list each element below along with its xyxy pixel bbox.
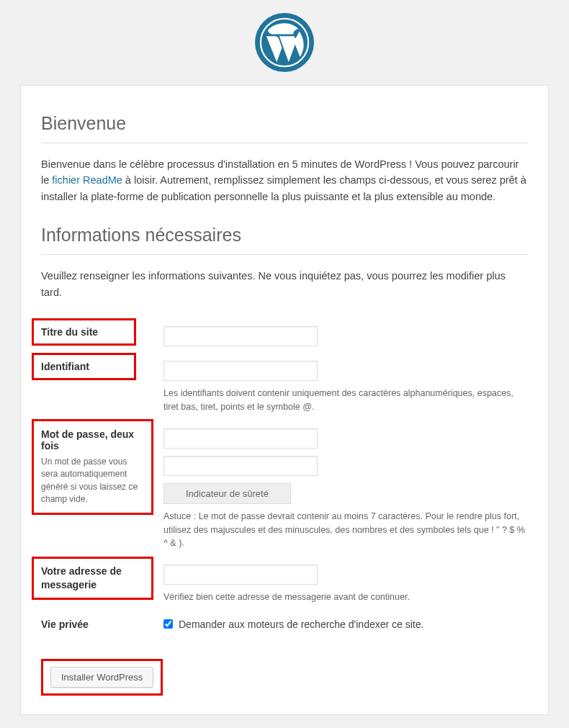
- password-sublabel: Un mot de passe vous sera automatiquemen…: [41, 456, 144, 506]
- password-input-1[interactable]: [163, 428, 318, 449]
- password-strength-indicator: Indicateur de sûreté: [163, 483, 291, 504]
- site-title-label: Titre du site: [32, 318, 136, 346]
- intro-paragraph: Bienvenue dans le célèbre processus d'in…: [41, 156, 528, 205]
- wordpress-logo-icon: [255, 13, 314, 72]
- email-label: Votre adresse de messagerie: [32, 557, 153, 600]
- info-subtext: Veuillez renseigner les informations sui…: [41, 268, 528, 300]
- heading-info: Informations nécessaires: [41, 212, 528, 255]
- privacy-checkbox[interactable]: [163, 619, 173, 629]
- install-wordpress-button[interactable]: Installer WordPress: [50, 667, 153, 688]
- submit-highlight-box: Installer WordPress: [41, 659, 163, 696]
- readme-link[interactable]: fichier ReadMe: [52, 174, 122, 186]
- privacy-checkbox-text: Demander aux moteurs de recherche d'inde…: [179, 619, 424, 630]
- password-label: Mot de passe, deux fois: [41, 428, 144, 451]
- username-label: Identifiant: [32, 353, 136, 380]
- username-input[interactable]: [163, 361, 318, 381]
- site-title-input[interactable]: [163, 326, 318, 346]
- wordpress-logo-wrap: [0, 0, 569, 85]
- password-input-2[interactable]: [163, 456, 318, 476]
- heading-welcome: Bienvenue: [41, 100, 528, 143]
- install-form-table: Titre du site Identifiant Les identifian…: [41, 319, 528, 639]
- privacy-label: Vie privée: [41, 611, 163, 639]
- username-desc: Les identifiants doivent contenir unique…: [163, 387, 528, 414]
- privacy-checkbox-label[interactable]: Demander aux moteurs de recherche d'inde…: [163, 619, 424, 630]
- submit-row: Installer WordPress: [41, 659, 528, 696]
- email-input[interactable]: [163, 565, 318, 585]
- password-label-box: Mot de passe, deux fois Un mot de passe …: [32, 419, 153, 516]
- email-desc: Vérifiez bien cette adresse de messageri…: [163, 590, 528, 604]
- password-hint: Astuce : Le mot de passe devrait conteni…: [163, 510, 528, 550]
- install-panel: Bienvenue Bienvenue dans le célèbre proc…: [20, 85, 549, 715]
